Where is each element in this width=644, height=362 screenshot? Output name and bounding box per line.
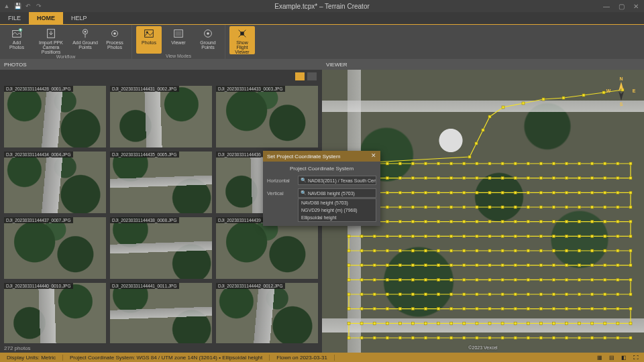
show-flight-viewer-button[interactable]: Show Flight Viewer [229, 26, 255, 54]
add-ground-points-button[interactable]: Add Ground Points [72, 26, 98, 54]
status-icon-3[interactable]: ◧ [620, 353, 628, 361]
svg-rect-147 [539, 235, 542, 237]
photo-thumbnail[interactable]: DJI_20230331144440_0010.JPG [4, 283, 106, 343]
svg-rect-16 [582, 94, 585, 97]
svg-rect-74 [386, 191, 388, 194]
svg-rect-240 [527, 293, 529, 296]
photo-thumbnail[interactable]: DJI_20230331144441_0011.JPG [110, 283, 212, 343]
svg-rect-97 [591, 206, 594, 208]
svg-rect-162 [347, 235, 350, 237]
ribbon-group-flight: Show Flight Viewer [225, 25, 259, 59]
svg-rect-313 [501, 337, 504, 339]
compass-icon[interactable]: N E S W [605, 75, 637, 107]
save-icon[interactable]: 💾 [13, 2, 21, 10]
svg-rect-48 [629, 177, 632, 180]
photo-thumbnail[interactable]: DJI_20230331144438_0008.JPG [110, 217, 212, 279]
svg-rect-143 [591, 235, 594, 237]
svg-rect-312 [488, 337, 491, 339]
tab-file[interactable]: FILE [0, 12, 29, 24]
svg-rect-150 [501, 235, 504, 237]
svg-rect-292 [450, 322, 453, 324]
list-view-button[interactable] [307, 72, 317, 80]
svg-rect-233 [616, 293, 619, 296]
undo-icon[interactable]: ↶ [24, 2, 32, 10]
photo-thumbnail[interactable]: DJI_20230331144428_0001.JPG [4, 86, 106, 147]
fullscreen-icon[interactable]: ⛶ [632, 353, 640, 361]
view-photos-button[interactable]: Photos [136, 26, 162, 54]
import-ppk-label: Import PPK Camera Positions [34, 40, 68, 54]
svg-rect-211 [373, 278, 376, 281]
svg-rect-266 [488, 308, 491, 310]
process-photos-button[interactable]: Process Photos [102, 26, 127, 54]
svg-rect-40 [539, 162, 542, 165]
vertical-crs-input[interactable]: 🔍NAVD88 height (5703) [298, 188, 376, 198]
crs-option[interactable]: NGVD29 height (m) (7968) [299, 206, 376, 214]
photo-thumbnail[interactable]: DJI_20230331144433_0003.JPG [216, 86, 318, 147]
photo-thumbnail[interactable]: DJI_20230331144442_0012.JPG [216, 283, 318, 343]
svg-rect-64 [425, 177, 427, 180]
view-modes-group-label: View Modes [136, 54, 221, 59]
svg-rect-136 [591, 221, 594, 223]
tab-help[interactable]: HELP [63, 12, 95, 24]
redo-icon[interactable]: ↷ [35, 2, 43, 10]
close-button[interactable]: ✕ [631, 1, 641, 11]
svg-rect-261 [425, 308, 427, 310]
view-ground-points-button[interactable]: Ground Points [195, 26, 221, 54]
svg-rect-218 [463, 278, 466, 281]
svg-rect-31 [425, 162, 427, 165]
view-viewer-button[interactable]: Viewer [166, 26, 191, 54]
svg-rect-49 [616, 177, 619, 180]
dialog-title[interactable]: Set Project Coordinate System ✕ [263, 151, 380, 162]
svg-rect-95 [616, 206, 619, 208]
vertical-label: Vertical [267, 190, 294, 196]
import-ppk-button[interactable]: Import PPK Camera Positions [34, 26, 68, 54]
svg-rect-289 [488, 322, 491, 324]
dialog-close-button[interactable]: ✕ [370, 152, 378, 160]
tab-home[interactable]: HOME [29, 12, 63, 24]
photo-thumbnail[interactable]: DJI_20230331144431_0002.JPG [110, 86, 212, 147]
status-icon-1[interactable]: ▦ [596, 353, 604, 361]
photo-thumbnail[interactable]: DJI_20230331144435_0005.JPG [110, 152, 212, 213]
svg-rect-255 [347, 308, 350, 310]
grid-view-button[interactable] [295, 72, 305, 80]
add-photos-button[interactable]: Add Photos [4, 26, 30, 54]
svg-rect-23 [475, 142, 478, 145]
svg-rect-35 [476, 162, 478, 165]
svg-rect-198 [476, 264, 478, 267]
svg-rect-58 [501, 177, 504, 180]
svg-rect-102 [527, 206, 529, 208]
status-icon-2[interactable]: ▤ [608, 353, 616, 361]
svg-rect-179 [552, 249, 555, 252]
horizontal-crs-input[interactable]: 🔍NAD83(2011) / Texas South Central (6587… [298, 176, 376, 185]
svg-rect-120 [386, 221, 388, 223]
svg-rect-207 [360, 264, 363, 267]
maximize-button[interactable]: ▢ [616, 1, 627, 11]
crs-option[interactable]: Ellipsoidal height [299, 214, 376, 221]
svg-rect-278 [629, 322, 632, 324]
svg-rect-141 [616, 235, 619, 237]
svg-rect-245 [463, 293, 466, 296]
crs-option[interactable]: NAVD88 height (5703) [299, 199, 376, 206]
add-ground-points-label: Add Ground Points [72, 40, 98, 50]
photo-thumbnail[interactable]: DJI_20230331144434_0004.JPG [4, 152, 106, 213]
status-display-units[interactable]: Display Units: Metric [0, 355, 63, 361]
status-pcs[interactable]: Project Coordinate System: WGS 84 / UTM … [63, 355, 270, 361]
svg-rect-86 [539, 191, 542, 194]
svg-rect-87 [552, 191, 555, 194]
svg-rect-75 [398, 191, 401, 194]
svg-rect-208 [347, 264, 350, 267]
photo-thumbnail[interactable]: DJI_20230331144437_0007.JPG [4, 217, 106, 279]
minimize-button[interactable]: — [601, 1, 612, 11]
svg-rect-244 [476, 293, 478, 296]
svg-rect-132 [539, 221, 542, 223]
svg-rect-319 [578, 337, 581, 339]
svg-rect-224 [539, 278, 542, 281]
svg-rect-20 [502, 106, 504, 109]
svg-rect-34 [463, 162, 466, 165]
photo-thumbnail[interactable]: DJI_20230331144439_0009.JPG [216, 217, 318, 279]
svg-rect-172 [463, 249, 466, 252]
svg-rect-76 [411, 191, 414, 194]
svg-rect-142 [604, 235, 606, 237]
svg-rect-180 [566, 249, 568, 252]
svg-rect-195 [514, 264, 517, 267]
